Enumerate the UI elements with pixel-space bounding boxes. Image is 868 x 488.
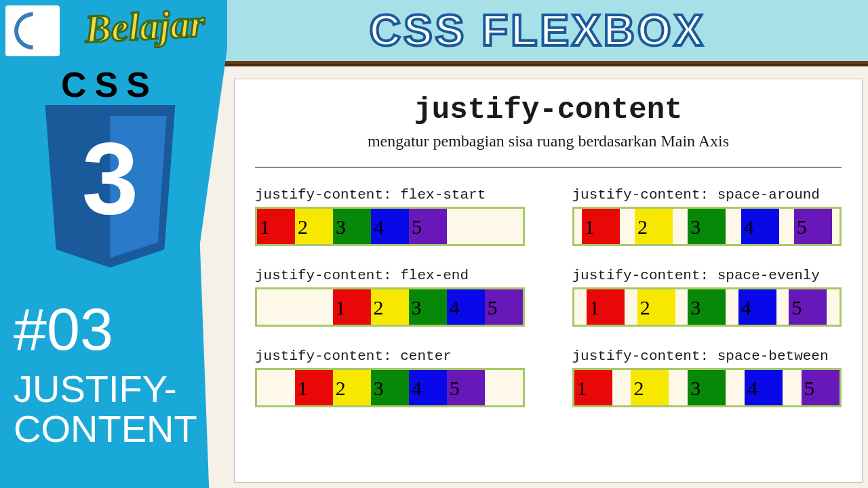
flex-item: 3 [688, 370, 726, 405]
flex-item: 2 [295, 209, 333, 244]
css-label: CSS [61, 64, 158, 105]
flex-item: 1 [257, 209, 295, 244]
slide-subheading: mengatur pembagian sisa ruang berdasarka… [255, 132, 842, 150]
examples-grid: justify-content: flex-start12345justify-… [255, 187, 842, 407]
flex-item: 4 [745, 370, 783, 405]
example-label: justify-content: center [255, 348, 525, 364]
example-space-between: justify-content: space-between12345 [572, 348, 842, 407]
episode-title-line2: CONTENT [14, 407, 197, 450]
flex-item: 3 [333, 209, 371, 244]
flex-item: 1 [582, 209, 620, 244]
example-space-evenly: justify-content: space-evenly12345 [572, 268, 842, 327]
flex-demo: 12345 [255, 368, 525, 407]
example-label: justify-content: space-between [572, 348, 842, 364]
header-band: CSS FLEXBOX [207, 0, 868, 61]
flex-demo: 12345 [572, 368, 842, 407]
flex-item: 5 [485, 289, 523, 325]
flex-item: 4 [409, 370, 447, 405]
flex-item: 2 [371, 289, 409, 325]
flex-item: 2 [631, 370, 669, 405]
episode-number: #03 [14, 295, 113, 364]
flex-item: 4 [738, 289, 776, 325]
belajar-label: Belajar [83, 0, 205, 52]
flex-demo: 12345 [255, 207, 525, 246]
page-title: CSS FLEXBOX [370, 5, 706, 56]
flex-item: 3 [688, 209, 726, 244]
css3-shield-icon: 3 [37, 105, 183, 271]
flex-demo: 12345 [572, 287, 842, 327]
flex-item: 4 [371, 209, 409, 244]
flex-item: 2 [333, 370, 371, 405]
flex-item: 5 [789, 289, 827, 325]
flex-item: 5 [447, 370, 485, 405]
flex-item: 5 [794, 209, 832, 244]
example-label: justify-content: space-evenly [572, 268, 842, 283]
example-label: justify-content: space-around [572, 187, 842, 203]
slide-heading: justify-content [255, 93, 842, 127]
example-label: justify-content: flex-end [255, 268, 525, 283]
divider [255, 167, 842, 168]
channel-logo [5, 5, 60, 56]
flex-item: 2 [635, 209, 673, 244]
flex-demo: 12345 [255, 287, 525, 327]
flex-demo: 12345 [572, 207, 842, 246]
flex-item: 3 [688, 289, 726, 325]
flex-item: 1 [295, 370, 333, 405]
shield-number: 3 [82, 120, 138, 237]
episode-title-line1: JUSTIFY- [14, 367, 177, 410]
flex-item: 2 [637, 289, 675, 325]
flex-item: 4 [741, 209, 779, 244]
slide-paper: justify-content mengatur pembagian sisa … [234, 79, 863, 483]
example-center: justify-content: center12345 [255, 348, 525, 407]
flex-item: 1 [587, 289, 625, 325]
swirl-icon [6, 5, 59, 58]
flex-item: 3 [371, 370, 409, 405]
flex-item: 5 [409, 209, 447, 244]
example-label: justify-content: flex-start [255, 187, 525, 203]
flex-item: 1 [574, 370, 612, 405]
flex-item: 4 [447, 289, 485, 325]
flex-item: 5 [802, 370, 840, 405]
example-flex-start: justify-content: flex-start12345 [255, 187, 525, 246]
example-flex-end: justify-content: flex-end12345 [255, 268, 525, 327]
flex-item: 1 [333, 289, 371, 325]
episode-title: JUSTIFY- CONTENT [14, 369, 197, 449]
flex-item: 3 [409, 289, 447, 325]
example-space-around: justify-content: space-around12345 [572, 187, 842, 246]
